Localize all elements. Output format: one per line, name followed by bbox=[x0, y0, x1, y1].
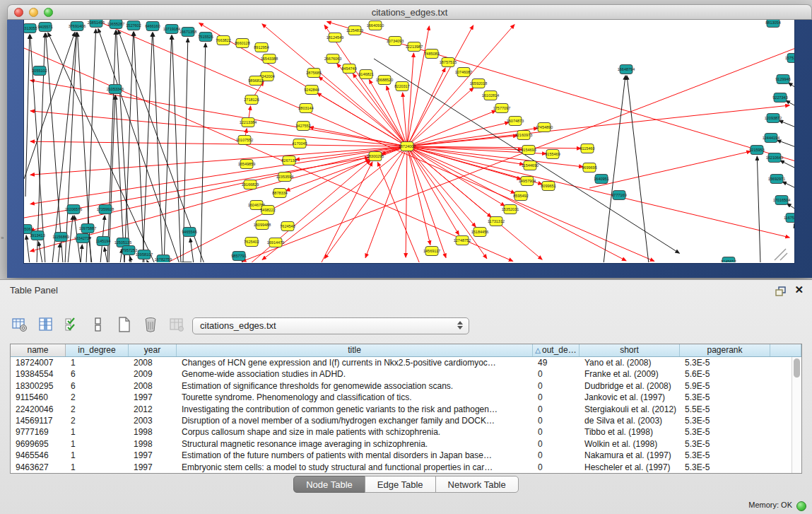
table-row[interactable]: 977716911998Corpus callosum shape and si… bbox=[11, 426, 792, 438]
graph-node[interactable]: 2055102 bbox=[32, 66, 47, 76]
table-cell[interactable]: Genome-wide association studies in ADHD. bbox=[177, 368, 533, 380]
zoom-window-button[interactable] bbox=[44, 8, 53, 17]
table-cell[interactable]: 0 bbox=[533, 368, 579, 380]
graph-node[interactable]: 8267130 bbox=[281, 156, 296, 165]
table-cell[interactable]: Yano et al. (2008) bbox=[579, 357, 680, 368]
table-row[interactable]: 911546021997Tourette syndrome. Phenomeno… bbox=[11, 392, 792, 403]
table-cell[interactable]: 18724007 bbox=[11, 357, 66, 368]
graph-node[interactable]: 15751074 bbox=[785, 54, 794, 63]
graph-node[interactable]: 21053346 bbox=[107, 85, 124, 94]
graph-node[interactable]: 1527602 bbox=[126, 21, 141, 30]
table-cell[interactable]: 1998 bbox=[129, 438, 177, 450]
scrollbar-thumb[interactable] bbox=[794, 358, 800, 378]
table-cell[interactable]: 5.6E-5 bbox=[680, 368, 770, 380]
graph-node[interactable]: 9115460 bbox=[579, 144, 594, 153]
table-cell[interactable]: 9465546 bbox=[11, 450, 66, 461]
graph-node[interactable]: 16099488 bbox=[254, 221, 271, 230]
graph-node[interactable]: 9242844 bbox=[304, 86, 319, 95]
table-row[interactable]: 1938455462009Genome-wide association stu… bbox=[11, 368, 792, 380]
tab-edge-table[interactable]: Edge Table bbox=[365, 476, 436, 493]
import-table-icon[interactable] bbox=[167, 315, 187, 334]
column-header-outde[interactable]: △out_de… bbox=[533, 344, 579, 356]
table-cell[interactable]: 1997 bbox=[129, 392, 177, 403]
table-cell[interactable]: Embryonic stem cells: a model to study s… bbox=[177, 462, 533, 473]
graph-node[interactable]: 16549859 bbox=[238, 160, 255, 169]
graph-node[interactable]: 9245652 bbox=[721, 257, 736, 263]
table-cell[interactable]: Stergiakouli et al. (2012) bbox=[579, 404, 680, 415]
close-panel-icon[interactable]: ✕ bbox=[794, 284, 804, 296]
graph-node[interactable]: 2803144 bbox=[298, 104, 313, 113]
graph-node[interactable]: 17577097 bbox=[493, 104, 510, 113]
minimize-window-button[interactable] bbox=[29, 8, 38, 17]
table-cell[interactable]: 2 bbox=[66, 415, 129, 426]
table-cell[interactable]: 1997 bbox=[129, 462, 177, 473]
table-cell[interactable]: Nakamura et al. (1997) bbox=[579, 450, 680, 461]
graph-node[interactable]: 11731312 bbox=[488, 217, 505, 226]
graph-node[interactable]: 12160973 bbox=[515, 131, 532, 140]
graph-node[interactable]: 8813054 bbox=[765, 20, 780, 28]
graph-node[interactable]: 11675309 bbox=[784, 214, 794, 223]
graph-node[interactable]: 6466160 bbox=[145, 22, 160, 31]
table-cell[interactable]: 5.5E-5 bbox=[680, 404, 770, 415]
table-cell[interactable]: 1 bbox=[66, 357, 129, 368]
table-cell[interactable]: 9115460 bbox=[11, 392, 66, 403]
column-header-indegree[interactable]: in_degree bbox=[66, 344, 129, 356]
table-cell[interactable]: 5.9E-5 bbox=[680, 380, 770, 392]
graph-node[interactable]: 7624540 bbox=[280, 222, 295, 231]
table-row[interactable]: 1830029562008Estimation of significance … bbox=[11, 380, 792, 392]
table-cell[interactable]: 6 bbox=[66, 368, 129, 380]
delete-table-icon[interactable] bbox=[141, 315, 160, 334]
table-cell[interactable]: 1997 bbox=[129, 450, 177, 461]
table-cell[interactable]: 9699695 bbox=[11, 438, 66, 450]
graph-node[interactable]: 9465546 bbox=[182, 228, 196, 237]
graph-node[interactable]: 16543388 bbox=[261, 54, 278, 64]
graph-node[interactable]: 10975887 bbox=[79, 224, 96, 233]
graph-node[interactable]: 26676063 bbox=[324, 54, 341, 64]
table-cell[interactable]: 5.3E-5 bbox=[680, 450, 770, 461]
table-cell[interactable]: 18300295 bbox=[11, 380, 66, 392]
graph-node[interactable]: 15688520 bbox=[376, 76, 393, 85]
table-cell[interactable]: 2003 bbox=[129, 415, 177, 426]
graph-node[interactable]: 18724007 bbox=[399, 142, 416, 151]
graph-node[interactable]: 15184456 bbox=[471, 228, 488, 237]
graph-node[interactable]: 12748752 bbox=[454, 236, 471, 245]
graph-node[interactable]: 8454749 bbox=[341, 64, 356, 74]
show-columns-icon[interactable] bbox=[36, 315, 56, 334]
table-cell[interactable]: 22420046 bbox=[11, 404, 66, 415]
graph-node[interactable]: 5498222 bbox=[260, 206, 275, 215]
table-cell[interactable]: 14569117 bbox=[11, 415, 66, 426]
table-cell[interactable]: Wolkin et al. (1998) bbox=[579, 438, 680, 450]
float-panel-icon[interactable] bbox=[775, 286, 787, 296]
table-cell[interactable]: Investigating the contribution of common… bbox=[177, 404, 533, 415]
graph-node[interactable]: 4170045 bbox=[292, 139, 307, 148]
table-cell[interactable]: Tibbo et al. (1998) bbox=[579, 426, 680, 438]
table-cell[interactable]: 0 bbox=[533, 380, 579, 392]
table-cell[interactable]: 5.3E-5 bbox=[680, 392, 770, 403]
table-cell[interactable]: Dudbridge et al. (2008) bbox=[579, 380, 680, 392]
graph-node[interactable]: 12444194 bbox=[763, 134, 779, 143]
table-cell[interactable]: 0 bbox=[533, 415, 579, 426]
table-cell[interactable]: 2009 bbox=[129, 368, 177, 380]
graph-node[interactable]: 16592018 bbox=[470, 79, 487, 88]
graph-node[interactable]: 12213987 bbox=[406, 42, 423, 52]
column-header-short[interactable]: short bbox=[579, 344, 680, 356]
panel-collapse-handle[interactable]: » bbox=[1, 235, 4, 241]
graph-node[interactable]: 20851495 bbox=[88, 20, 105, 28]
table-cell[interactable]: 5.3E-5 bbox=[680, 462, 770, 473]
graph-node[interactable]: 9155469 bbox=[545, 150, 560, 159]
table-cell[interactable]: 1 bbox=[66, 438, 129, 450]
graph-node[interactable]: 7663822 bbox=[216, 36, 230, 45]
column-header-name[interactable]: name bbox=[11, 344, 66, 356]
graph-node[interactable]: 9129946 bbox=[775, 75, 790, 84]
table-cell[interactable]: 1998 bbox=[129, 426, 177, 438]
table-cell[interactable]: 5.3E-5 bbox=[680, 426, 770, 438]
graph-node[interactable]: 8595492 bbox=[513, 192, 528, 201]
table-cell[interactable]: 2008 bbox=[129, 357, 177, 368]
graph-node[interactable]: 12353594 bbox=[276, 173, 293, 182]
table-cell[interactable]: 2008 bbox=[129, 380, 177, 392]
table-cell[interactable]: Disruption of a novel member of a sodium… bbox=[177, 415, 533, 426]
table-cell[interactable]: 0 bbox=[533, 392, 579, 403]
graph-node[interactable]: 8220317 bbox=[394, 82, 409, 91]
graph-node[interactable]: 16782759 bbox=[155, 255, 172, 263]
graph-node[interactable]: 18757515 bbox=[440, 58, 457, 67]
